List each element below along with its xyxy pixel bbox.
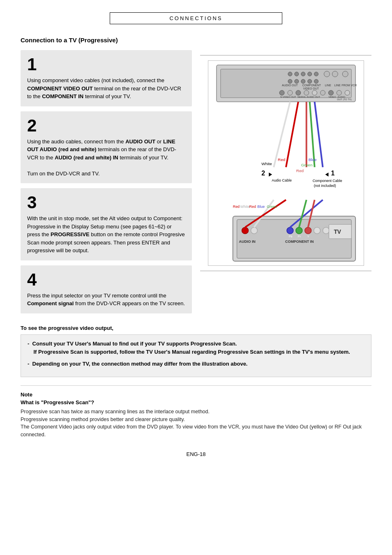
step-3-text: With the unit in stop mode, set the Alt …	[27, 214, 185, 255]
svg-text:LINE: LINE	[325, 84, 331, 87]
note-section: Note What is "Progressive Scan"? Progres…	[21, 385, 371, 439]
svg-text:COMPONENT IN: COMPONENT IN	[285, 240, 314, 244]
svg-point-28	[337, 90, 341, 95]
svg-point-14	[314, 79, 318, 83]
svg-text:White: White	[261, 161, 272, 166]
svg-text:Red: Red	[278, 157, 285, 162]
svg-point-29	[345, 90, 350, 95]
svg-text:2: 2	[261, 170, 265, 177]
svg-text:(not included): (not included)	[314, 184, 336, 188]
svg-point-25	[312, 90, 317, 95]
step-2-number: 2	[27, 117, 185, 134]
svg-text:AUDIO OUT: AUDIO OUT	[282, 84, 298, 87]
svg-text:Y: Y	[307, 235, 309, 238]
svg-point-6	[314, 72, 318, 76]
step-3-box: 3 With the unit in stop mode, set the Al…	[21, 188, 192, 260]
section-title: Connection to a TV (Progressive)	[21, 37, 371, 44]
svg-point-23	[295, 90, 300, 95]
svg-point-2	[288, 72, 292, 76]
svg-text:Red: Red	[249, 205, 256, 209]
svg-text:LINE: LINE	[334, 84, 341, 87]
step-1-text: Using component video cables (not includ…	[27, 76, 185, 101]
tips-section: To see the progressive video output, - C…	[21, 325, 371, 377]
svg-point-11	[294, 79, 298, 83]
svg-point-24	[304, 90, 309, 95]
svg-text:Audio Cable: Audio Cable	[272, 178, 292, 182]
step-3-number: 3	[27, 194, 185, 211]
svg-text:White: White	[240, 205, 249, 209]
svg-point-5	[307, 72, 311, 76]
svg-text:VIDEO: VIDEO	[328, 96, 336, 98]
svg-point-55	[251, 227, 257, 234]
note-subtitle: What is "Progressive Scan"?	[21, 399, 371, 405]
svg-text:VIDEO OUT: VIDEO OUT	[303, 87, 319, 90]
tips-box: - Consult your TV User's Manual to find …	[21, 334, 371, 377]
right-column: AUDIO OUT COMPONENT VIDEO OUT LINE LINE …	[200, 50, 371, 318]
step-4-box: 4 Press the input selector on your TV re…	[21, 265, 192, 313]
left-column: 1 Using component video cables (not incl…	[21, 50, 192, 318]
svg-text:TV: TV	[334, 228, 341, 235]
svg-point-8	[332, 71, 338, 77]
svg-text:S-VIDEO OUT: S-VIDEO OUT	[280, 96, 296, 98]
svg-marker-46	[269, 173, 272, 177]
note-title: Note	[21, 391, 371, 398]
main-content: 1 Using component video cables (not incl…	[21, 50, 371, 318]
svg-point-22	[287, 90, 292, 95]
svg-point-21	[279, 90, 284, 95]
svg-text:1: 1	[331, 170, 334, 177]
svg-text:Blue: Blue	[257, 205, 265, 209]
svg-text:OUT (TO TV): OUT (TO TV)	[337, 98, 351, 101]
svg-text:Green: Green	[267, 205, 277, 209]
svg-point-27	[328, 90, 333, 95]
svg-point-13	[307, 79, 311, 83]
step-2-box: 2 Using the audio cables, connect from t…	[21, 111, 192, 184]
connection-diagram: AUDIO OUT COMPONENT VIDEO OUT LINE LINE …	[208, 60, 364, 266]
step-1-number: 1	[27, 56, 185, 73]
svg-point-3	[294, 72, 298, 76]
svg-point-9	[342, 71, 348, 77]
svg-point-4	[301, 72, 305, 76]
svg-point-57	[295, 227, 302, 234]
svg-text:Blue: Blue	[308, 157, 316, 162]
page-number: ENG-18	[187, 451, 206, 457]
page-header: CONNECTIONS	[21, 12, 371, 24]
svg-text:Red: Red	[233, 205, 239, 209]
svg-point-7	[324, 71, 330, 77]
step-1-box: 1 Using component video cables (not incl…	[21, 50, 192, 106]
note-text: Progressive scan has twice as many scann…	[21, 408, 371, 439]
svg-text:FROM VCR: FROM VCR	[341, 84, 357, 87]
tip-1: - Consult your TV User's Manual to find …	[28, 340, 364, 357]
svg-point-58	[304, 227, 311, 234]
svg-point-54	[242, 227, 248, 234]
step-4-number: 4	[27, 271, 185, 288]
step-2-text: Using the audio cables, connect from the…	[27, 138, 185, 178]
svg-point-12	[301, 79, 305, 83]
svg-text:Pb: Pb	[288, 235, 292, 238]
header-title: CONNECTIONS	[169, 15, 222, 21]
tip-2: - Depending on your TV, the connection m…	[28, 360, 364, 368]
svg-point-59	[314, 227, 320, 234]
svg-text:COMPONENT: COMPONENT	[302, 84, 321, 87]
svg-marker-49	[325, 173, 328, 177]
svg-point-26	[320, 90, 325, 95]
tips-header: To see the progressive video output,	[21, 325, 371, 331]
svg-text:Green: Green	[301, 163, 312, 167]
svg-text:Red: Red	[296, 168, 303, 173]
page-footer: ENG-18	[21, 451, 371, 457]
svg-point-60	[323, 227, 329, 234]
svg-text:SERIAL AUDIO OUT: SERIAL AUDIO OUT	[297, 96, 320, 98]
svg-text:Component Cable: Component Cable	[312, 179, 342, 183]
step-4-text: Press the input selector on your TV remo…	[27, 292, 185, 308]
svg-point-10	[288, 79, 292, 83]
svg-point-56	[286, 227, 293, 234]
svg-text:AUDIO IN: AUDIO IN	[239, 240, 255, 244]
svg-text:Pr: Pr	[297, 235, 301, 238]
